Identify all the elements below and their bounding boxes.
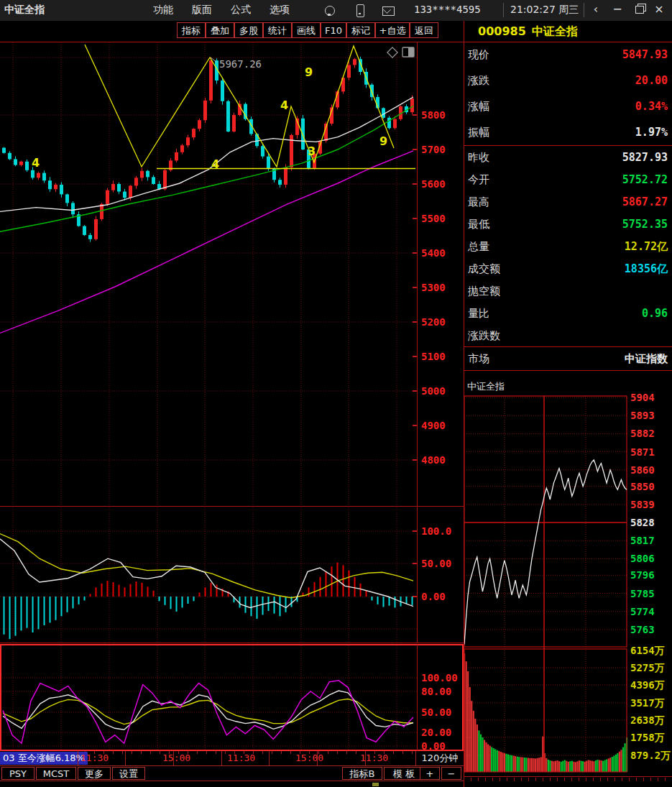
range-gain-label: 03 至今涨幅6.18% <box>0 752 88 765</box>
svg-text:5000: 5000 <box>421 385 446 397</box>
period-label[interactable]: 120分钟 <box>415 751 464 765</box>
svg-text:5839: 5839 <box>630 499 655 510</box>
window-title: 中证全指 <box>4 4 45 17</box>
svg-text:5828: 5828 <box>630 517 655 528</box>
status-button-设置[interactable]: 设置 <box>112 767 145 780</box>
app-window: 中证全指 功能版面公式选项 133****4595 21:02:27 周三 ‹ … <box>0 0 672 787</box>
quote-row: 市场中证指数 <box>464 347 672 370</box>
status-button-更多[interactable]: 更多 <box>78 767 111 780</box>
toolbar-button-2[interactable]: 多股 <box>234 22 263 38</box>
status-button-right-1[interactable]: 模 板 <box>384 767 424 780</box>
svg-text:5600: 5600 <box>421 178 446 190</box>
svg-text:5774: 5774 <box>630 606 655 617</box>
quote-value: 12.72亿 <box>625 239 668 253</box>
quote-row: 涨跌20.00 <box>464 68 672 93</box>
title-bar: 中证全指 功能版面公式选项 133****4595 21:02:27 周三 ‹ … <box>0 0 672 22</box>
mobile-icon[interactable] <box>356 4 364 17</box>
close-button[interactable]: × <box>651 2 667 16</box>
diamond-icon <box>387 47 397 57</box>
svg-text:5763: 5763 <box>630 624 655 635</box>
time-separator <box>125 751 126 765</box>
zoom-out-button[interactable]: − <box>441 767 461 780</box>
quote-value: 5847.93 <box>622 48 668 61</box>
quote-value: 1.97% <box>635 126 668 139</box>
toolbar-button-6[interactable]: 标记 <box>346 22 375 38</box>
status-button-psy[interactable]: PSY <box>1 767 34 780</box>
svg-text:3517万: 3517万 <box>630 697 665 709</box>
svg-text:879.2万: 879.2万 <box>630 750 671 761</box>
svg-text:5806: 5806 <box>630 553 655 564</box>
zoom-in-button[interactable]: + <box>420 767 440 780</box>
restore-window-icon[interactable] <box>635 6 644 14</box>
svg-text:5275万: 5275万 <box>630 662 665 673</box>
svg-text:100.00: 100.00 <box>421 672 458 684</box>
toolbar-button-3[interactable]: 统计 <box>263 22 292 38</box>
toolbar-button-1[interactable]: 叠加 <box>206 22 234 38</box>
symbol-header: 000985 中证全指 <box>464 21 672 42</box>
symbol-code: 000985 <box>478 24 526 38</box>
quote-row: 抛空额 <box>464 280 672 302</box>
quote-label: 总量 <box>468 239 489 253</box>
minimize-button[interactable]: − <box>609 2 625 16</box>
message-icon[interactable] <box>382 6 395 16</box>
quote-label: 现价 <box>468 48 489 62</box>
kdj-indicator-pane[interactable]: 100.0080.0050.0020.000.00 <box>0 643 464 751</box>
quote-label: 成交额 <box>468 262 500 275</box>
status-button-right-0[interactable]: 指标B <box>342 767 382 780</box>
menu-item-3[interactable]: 选项 <box>270 4 290 17</box>
quote-label: 抛空额 <box>468 284 500 298</box>
quote-value: 5867.27 <box>622 195 668 208</box>
time-label: 11:30 <box>80 753 109 763</box>
toolbar-button-4[interactable]: 画线 <box>292 22 321 38</box>
quote-label: 量比 <box>468 306 489 320</box>
time-separator <box>221 751 222 765</box>
toolbar-button-0[interactable]: 指标 <box>177 22 206 38</box>
time-axis-row: 03 至今涨幅6.18% 11:3015:0011:3015:0011:30 1… <box>0 751 464 766</box>
intraday-mini-chart[interactable]: 5904589358825871586058505839582858175806… <box>464 392 672 776</box>
account-phone-number: 133****4595 <box>414 4 481 15</box>
svg-text:1758万: 1758万 <box>630 732 665 743</box>
menu-item-2[interactable]: 公式 <box>231 4 251 17</box>
svg-text:9: 9 <box>379 134 387 148</box>
svg-text:20.00: 20.00 <box>421 727 451 738</box>
svg-text:4396万: 4396万 <box>630 679 665 691</box>
svg-text:100.0: 100.0 <box>421 525 451 537</box>
quote-value: 0.34% <box>635 100 668 113</box>
quote-label: 涨跌数 <box>468 328 500 342</box>
quote-row: 涨幅0.34% <box>464 93 672 119</box>
quote-label: 振幅 <box>468 126 489 139</box>
time-label: 11:30 <box>227 753 255 763</box>
quote-row: 量比0.96 <box>464 302 672 324</box>
svg-text:5904: 5904 <box>630 392 655 403</box>
quote-row: 振幅1.97% <box>464 119 672 145</box>
svg-text:3: 3 <box>308 144 316 158</box>
toolbar-button-5[interactable]: F10 <box>321 22 346 38</box>
toolbar-button-7[interactable]: +自选 <box>375 22 410 38</box>
quote-label: 最低 <box>468 217 489 231</box>
divider <box>503 3 504 17</box>
svg-text:5817: 5817 <box>630 535 655 546</box>
quote-panel: 现价5847.93涨跌20.00涨幅0.34%振幅1.97%昨收5827.93今… <box>464 42 672 371</box>
status-button-mcst[interactable]: MCST <box>36 767 76 780</box>
main-kline-chart[interactable]: 5800570056005500540053005200510050004900… <box>0 42 464 507</box>
svg-text:6154万: 6154万 <box>630 645 665 656</box>
quote-label: 最高 <box>468 195 489 208</box>
quote-value: 5827.93 <box>622 151 668 164</box>
back-button[interactable]: ‹ <box>588 2 604 16</box>
toolbar-button-8[interactable]: 返回 <box>410 22 438 38</box>
svg-text:5871: 5871 <box>630 446 655 458</box>
svg-text:5800: 5800 <box>421 109 446 121</box>
svg-text:4: 4 <box>32 156 40 170</box>
quote-label: 市场 <box>468 352 489 366</box>
svg-text:5850: 5850 <box>630 481 655 492</box>
svg-text:5796: 5796 <box>630 569 655 581</box>
menu-item-1[interactable]: 版面 <box>192 4 212 17</box>
feedback-icon[interactable] <box>325 6 335 16</box>
quote-row: 成交额18356亿 <box>464 257 672 280</box>
macd-indicator-pane[interactable]: 100.050.000.00 <box>0 507 464 643</box>
quote-row: 昨收5827.93 <box>464 146 672 168</box>
quote-value: 0.96 <box>642 307 668 320</box>
svg-text:5700: 5700 <box>421 144 446 155</box>
quote-row: 涨跌数 <box>464 324 672 346</box>
menu-item-0[interactable]: 功能 <box>153 4 173 17</box>
